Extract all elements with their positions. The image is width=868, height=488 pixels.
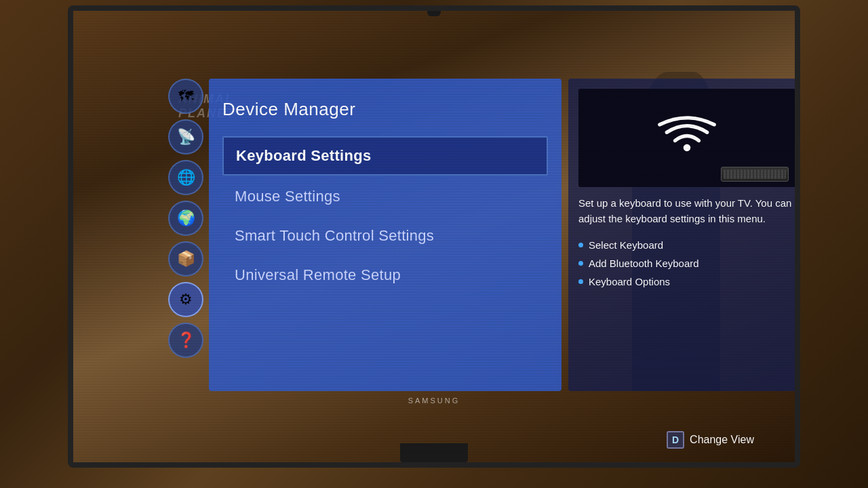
detail-panel: Set up a keyboard to use with your TV. Y… (568, 79, 795, 391)
menu-item-universal-remote[interactable]: Universal Remote Setup (222, 257, 548, 293)
wifi-icon (656, 115, 717, 162)
bullet-dot-1 (578, 243, 583, 247)
menu-items: Keyboard Settings Mouse Settings Smart T… (222, 136, 548, 293)
bullet-label-keyboard-options: Keyboard Options (589, 276, 670, 287)
tv-frame: ANIMALPLANET 🗺 📡 🌐 🌍 📦 ⚙ ❓ Device Manage… (0, 0, 868, 488)
sidebar: 🗺 📡 🌐 🌍 📦 ⚙ ❓ (168, 79, 209, 358)
sidebar-item-globe[interactable]: 🌐 (168, 160, 203, 195)
detail-bullets: Select Keyboard Add Bluetooth Keyboard K… (578, 239, 795, 287)
sidebar-item-settings[interactable]: ⚙ (168, 282, 203, 317)
bullet-dot-3 (578, 279, 583, 284)
bullet-select-keyboard: Select Keyboard (578, 239, 795, 251)
sidebar-item-world[interactable]: 🌍 (168, 201, 203, 236)
camera-notch (427, 11, 441, 16)
sidebar-item-network[interactable]: 📡 (168, 119, 203, 155)
keyboard-image (721, 167, 789, 182)
bottom-bar: D Change View (73, 391, 795, 462)
detail-image (578, 89, 795, 187)
hint-label: Change View (690, 434, 754, 446)
menu-item-keyboard-settings[interactable]: Keyboard Settings (222, 136, 548, 176)
detail-description: Set up a keyboard to use with your TV. Y… (578, 195, 795, 227)
tv-screen: ANIMALPLANET 🗺 📡 🌐 🌍 📦 ⚙ ❓ Device Manage… (73, 11, 795, 462)
bullet-dot-2 (578, 261, 583, 266)
hint-key-d: D (667, 431, 684, 449)
sidebar-item-help[interactable]: ❓ (168, 323, 203, 358)
bullet-keyboard-options: Keyboard Options (578, 276, 795, 287)
menu-item-smart-touch[interactable]: Smart Touch Control Settings (222, 218, 548, 254)
bullet-label-select-keyboard: Select Keyboard (589, 239, 663, 251)
sidebar-item-map[interactable]: 🗺 (168, 79, 203, 114)
change-view-hint: D Change View (667, 431, 754, 449)
panel-title: Device Manager (222, 99, 548, 120)
menu-panel: Device Manager Keyboard Settings Mouse S… (209, 79, 561, 391)
bullet-label-add-bluetooth: Add Bluetooth Keyboard (589, 258, 699, 269)
sidebar-item-apps[interactable]: 📦 (168, 241, 203, 277)
bullet-add-bluetooth: Add Bluetooth Keyboard (578, 258, 795, 269)
menu-item-mouse-settings[interactable]: Mouse Settings (222, 178, 548, 215)
tv-bezel: ANIMALPLANET 🗺 📡 🌐 🌍 📦 ⚙ ❓ Device Manage… (68, 5, 800, 468)
